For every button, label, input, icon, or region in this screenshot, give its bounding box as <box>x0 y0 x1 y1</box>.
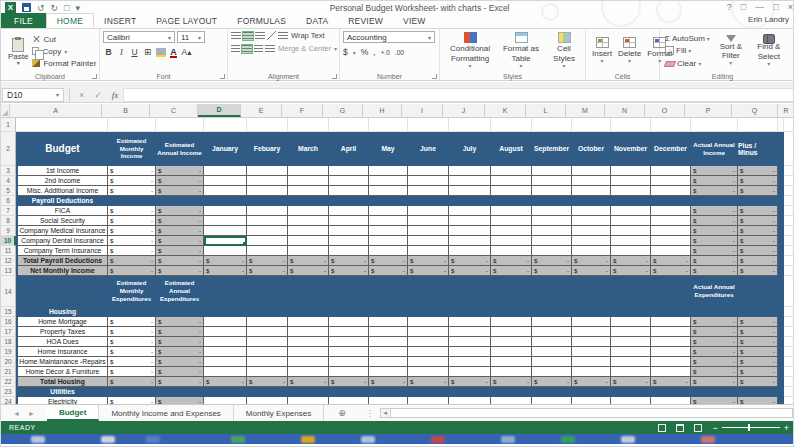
cell-N7[interactable] <box>611 206 651 216</box>
cell-F8[interactable] <box>288 216 329 226</box>
row-header-7[interactable]: 7 <box>1 206 16 216</box>
cell-L8[interactable] <box>532 216 572 226</box>
cell-N24[interactable] <box>611 397 651 404</box>
cell-M14[interactable] <box>572 276 611 307</box>
row-header-19[interactable]: 19 <box>1 347 16 357</box>
cell-G12[interactable]: $- <box>329 256 369 266</box>
row-header-24[interactable]: 24 <box>1 397 16 404</box>
horizontal-scrollbar[interactable]: ◄ <box>380 408 793 418</box>
clear-button[interactable]: Clear▾ <box>665 59 710 68</box>
cell-I14[interactable] <box>408 276 449 307</box>
cell-N12[interactable]: $- <box>611 256 651 266</box>
cell-K16[interactable] <box>491 317 532 327</box>
cell-M13[interactable]: $- <box>572 266 611 276</box>
cell-I8[interactable] <box>408 216 449 226</box>
conditional-formatting-button[interactable]: Conditional Formatting▾ <box>444 31 496 71</box>
cell-C8[interactable]: $- <box>156 216 204 226</box>
tab-file[interactable]: FILE <box>1 13 46 28</box>
cell-K19[interactable] <box>491 347 532 357</box>
cell-H8[interactable] <box>369 216 408 226</box>
cell-D13[interactable]: $- <box>204 266 247 276</box>
cell-B22[interactable]: $- <box>108 377 156 387</box>
cell-F17[interactable] <box>288 327 329 337</box>
cell-C3[interactable]: $- <box>156 166 204 176</box>
cell-K2[interactable]: August <box>491 132 532 166</box>
account-name[interactable]: Erin Landry <box>748 15 789 24</box>
cell-B11[interactable]: $- <box>108 246 156 256</box>
column-header-B[interactable]: B <box>102 104 150 117</box>
comma-style-icon[interactable]: , <box>373 47 375 57</box>
cell-D16[interactable] <box>204 317 247 327</box>
cell-L4[interactable] <box>532 176 572 186</box>
cell-I20[interactable] <box>408 357 449 367</box>
cell-A22[interactable]: Total Housing <box>16 377 108 387</box>
cell-C16[interactable]: $- <box>156 317 204 327</box>
cell-D12[interactable]: $- <box>204 256 247 266</box>
cell-F2[interactable]: March <box>288 132 329 166</box>
cell-A10[interactable]: Company Dental Insurance <box>16 236 108 246</box>
align-middle-icon[interactable] <box>243 32 253 40</box>
cell-E14[interactable] <box>247 276 288 307</box>
cell-J11[interactable] <box>449 246 491 256</box>
cell-I9[interactable] <box>408 226 449 236</box>
cell-F16[interactable] <box>288 317 329 327</box>
cell-F13[interactable]: $- <box>288 266 329 276</box>
cell-N19[interactable] <box>611 347 651 357</box>
font-size-select[interactable]: 11▾ <box>177 31 205 43</box>
cell-N18[interactable] <box>611 337 651 347</box>
cell-G16[interactable] <box>329 317 369 327</box>
copy-button[interactable]: Copy▾ <box>32 47 96 56</box>
merge-center-button[interactable]: Merge & Center▾ <box>265 44 337 53</box>
cell-P17[interactable]: $- <box>691 327 738 337</box>
cell-B7[interactable]: $- <box>108 206 156 216</box>
borders-icon[interactable]: ⊞ <box>142 46 153 57</box>
cell-F19[interactable] <box>288 347 329 357</box>
taskbar-icon[interactable] <box>31 436 45 443</box>
cell-B3[interactable]: $- <box>108 166 156 176</box>
tabbar-resize-handle[interactable]: ⋮ <box>360 405 380 421</box>
column-header-Q[interactable]: Q <box>732 104 778 117</box>
cell-A20[interactable]: Home Maintanance -Repairs <box>16 357 108 367</box>
cell-I13[interactable]: $- <box>408 266 449 276</box>
cell-F14[interactable] <box>288 276 329 307</box>
cell-D10[interactable] <box>204 236 247 246</box>
cell-L22[interactable]: $- <box>532 377 572 387</box>
cell-P19[interactable]: $- <box>691 347 738 357</box>
clipboard-dialog-launcher-icon[interactable] <box>92 74 97 79</box>
cell-L24[interactable] <box>532 397 572 404</box>
cell-O3[interactable] <box>651 166 691 176</box>
taskbar-icon[interactable] <box>701 436 715 443</box>
cell-M18[interactable] <box>572 337 611 347</box>
cell-Q8[interactable]: $- <box>738 216 778 226</box>
ribbon-options-icon[interactable]: □ <box>741 2 746 12</box>
cell-O7[interactable] <box>651 206 691 216</box>
cell-E9[interactable] <box>247 226 288 236</box>
cell-E7[interactable] <box>247 206 288 216</box>
cell-H9[interactable] <box>369 226 408 236</box>
cell-D14[interactable] <box>204 276 247 307</box>
cell-M21[interactable] <box>572 367 611 377</box>
cell-E19[interactable] <box>247 347 288 357</box>
cell-P21[interactable]: $- <box>691 367 738 377</box>
cell-D2[interactable]: January <box>204 132 247 166</box>
cell-G13[interactable]: $- <box>329 266 369 276</box>
cell-O4[interactable] <box>651 176 691 186</box>
cell-B6[interactable] <box>108 196 778 206</box>
cell-N3[interactable] <box>611 166 651 176</box>
column-header-L[interactable]: L <box>526 104 566 117</box>
cell-C17[interactable]: $- <box>156 327 204 337</box>
cell-E13[interactable]: $- <box>247 266 288 276</box>
cell-Q5[interactable]: $- <box>738 186 778 196</box>
cell-L5[interactable] <box>532 186 572 196</box>
cell-F4[interactable] <box>288 176 329 186</box>
cell-K11[interactable] <box>491 246 532 256</box>
zoom-out-icon[interactable]: − <box>712 423 717 433</box>
touch-mode-icon[interactable]: □ <box>64 3 69 13</box>
cell-F24[interactable] <box>288 397 329 404</box>
cell-styles-button[interactable]: Cell Styles▾ <box>546 31 582 71</box>
align-top-icon[interactable] <box>231 32 241 40</box>
cell-F22[interactable]: $- <box>288 377 329 387</box>
cell-A6[interactable]: Payroll Deductions <box>16 196 108 206</box>
cell-L10[interactable] <box>532 236 572 246</box>
cell-E16[interactable] <box>247 317 288 327</box>
